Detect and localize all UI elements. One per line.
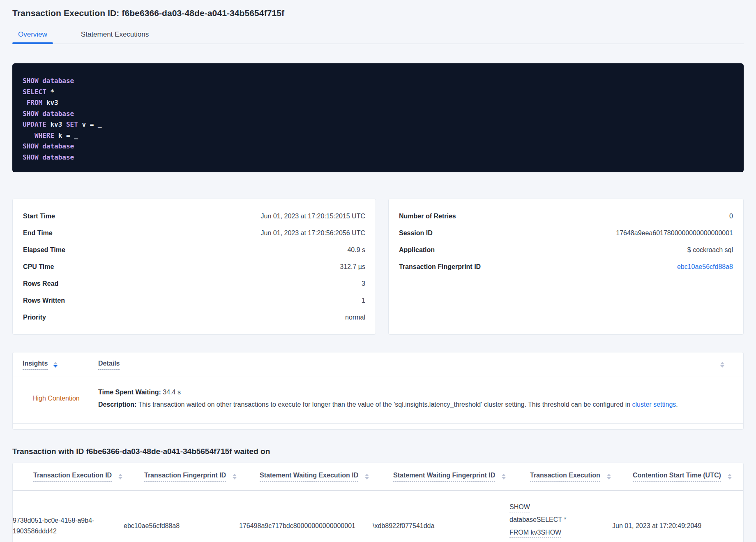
stat-value: Jun 01, 2023 at 17:20:56:2056 UTC [261, 229, 365, 237]
time-spent-waiting: Time Spent Waiting: 34.4 s [98, 386, 733, 398]
cell-transaction-fingerprint-id: ebc10ae56cfd88a8 [124, 521, 239, 531]
stat-value: 1 [362, 297, 365, 304]
stat-row: Number of Retries0 [399, 208, 733, 225]
sql-statements-box: SHOW databaseSELECT * FROM kv3SHOW datab… [12, 63, 744, 172]
sql-line: FROM kv3 [23, 97, 733, 109]
insights-column-label: Insights [23, 360, 48, 370]
sort-icon[interactable] [720, 362, 724, 368]
stat-value: 0 [729, 213, 733, 220]
column-header-statement-waiting-execution-id[interactable]: Statement Waiting Execution ID [260, 472, 393, 482]
sql-line: SHOW database [23, 109, 733, 120]
stat-value: Jun 01, 2023 at 17:20:15:2015 UTC [261, 213, 365, 220]
stat-label: Rows Written [23, 297, 65, 304]
stat-row: CPU Time312.7 µs [23, 258, 365, 275]
sql-code: SHOW databaseSELECT * FROM kv3SHOW datab… [23, 76, 733, 163]
column-header-statement-waiting-fingerprint-id[interactable]: Statement Waiting Fingerprint ID [393, 472, 530, 482]
stat-value: normal [345, 314, 365, 321]
stat-row: End TimeJun 01, 2023 at 17:20:56:2056 UT… [23, 225, 365, 241]
stat-label: Number of Retries [399, 213, 456, 220]
sort-icon[interactable] [118, 474, 122, 479]
insight-details: Time Spent Waiting: 34.4 s Description: … [98, 386, 733, 411]
stat-label: Rows Read [23, 280, 58, 287]
insight-type-label: High Contention [23, 395, 98, 402]
column-header-insights[interactable]: Insights [23, 360, 98, 370]
stat-label: Session ID [399, 229, 433, 237]
description-suffix: . [676, 401, 678, 408]
column-header-label: Statement Waiting Execution ID [260, 472, 358, 482]
transaction-attributes-card: Number of Retries0Session ID17648a9eea60… [388, 199, 744, 335]
sort-icon[interactable] [607, 474, 611, 479]
tab-bar: Overview Statement Executions [12, 30, 744, 44]
stat-row: Application$ cockroach sql [399, 241, 733, 258]
column-header-label: Contention Start Time (UTC) [633, 472, 721, 482]
cell-statement-waiting-execution-id: 176498a9c717bdc80000000000000001 [239, 521, 373, 531]
cell-transaction-execution[interactable]: SHOW databaseSELECT * FROM kv3SHOW datab… [509, 500, 594, 542]
waited-on-table-card: Transaction Execution IDTransaction Fing… [12, 463, 744, 542]
sql-line: SHOW database [23, 76, 733, 87]
column-header-label: Statement Waiting Fingerprint ID [393, 472, 495, 482]
column-header-label: Transaction Execution [530, 472, 600, 482]
cell-contention-start-time: Jun 01, 2023 at 17:20:49:2049 [612, 521, 743, 531]
stat-value: 312.7 µs [340, 263, 365, 271]
insights-table-header: Insights Details [13, 352, 743, 377]
description-text: This transaction waited on other transac… [136, 401, 632, 408]
execution-stats-card: Start TimeJun 01, 2023 at 17:20:15:2015 … [12, 199, 376, 335]
stat-label: Priority [23, 314, 46, 321]
summary-cards: Start TimeJun 01, 2023 at 17:20:15:2015 … [12, 199, 744, 335]
stat-label: End Time [23, 229, 53, 237]
sql-line: SHOW database [23, 152, 733, 163]
waiting-value: 34.4 s [161, 389, 181, 396]
column-header-label: Transaction Fingerprint ID [144, 472, 226, 482]
stat-row: Start TimeJun 01, 2023 at 17:20:15:2015 … [23, 208, 365, 225]
waiting-label: Time Spent Waiting: [98, 389, 161, 396]
details-column-label: Details [98, 360, 120, 370]
cell-transaction-execution-id: 9738d051-bc0e-4158-a9b4-1903586ddd42 [13, 515, 115, 537]
description-label: Description: [98, 401, 136, 408]
stat-row: Transaction Fingerprint IDebc10ae56cfd88… [399, 258, 733, 275]
stat-value: 40.9 s [347, 246, 365, 254]
insights-card: Insights Details High Contention Time Sp… [12, 352, 744, 430]
insights-header-end [715, 362, 743, 368]
stat-row: Prioritynormal [23, 309, 365, 326]
column-header-details[interactable]: Details [98, 360, 715, 370]
sql-line: SHOW database [23, 141, 733, 152]
stat-row: Elapsed Time40.9 s [23, 241, 365, 258]
waited-on-heading: Transaction with ID f6be6366-da03-48de-a… [12, 447, 744, 456]
sort-icon[interactable] [728, 474, 732, 479]
transaction-execution-preview[interactable]: SHOW databaseSELECT * FROM kv3SHOW datab… [509, 503, 570, 542]
stat-row: Rows Read3 [23, 275, 365, 292]
column-header-label: Transaction Execution ID [33, 472, 112, 482]
stat-value: 3 [362, 280, 365, 287]
tab-statement-executions[interactable]: Statement Executions [75, 30, 154, 44]
stat-label: Application [399, 246, 435, 254]
stat-value: 17648a9eea6017800000000000000001 [616, 229, 733, 237]
column-header-contention-start-time-utc-[interactable]: Contention Start Time (UTC) [633, 472, 743, 482]
stat-label: Elapsed Time [23, 246, 65, 254]
sort-icon[interactable] [53, 362, 58, 368]
cell-statement-waiting-fingerprint-id: \xdb8922f077541dda [373, 521, 509, 531]
stat-row: Rows Written1 [23, 292, 365, 309]
transaction-fingerprint-id-link[interactable]: ebc10ae56cfd88a8 [677, 263, 733, 271]
sql-line: SELECT * [23, 87, 733, 98]
sql-line: UPDATE kv3 SET v = _ [23, 119, 733, 130]
column-header-transaction-execution-id[interactable]: Transaction Execution ID [33, 472, 144, 482]
insight-description: Description: This transaction waited on … [98, 398, 733, 411]
page-title: Transaction Execution ID: f6be6366-da03-… [12, 0, 744, 18]
cluster-settings-link[interactable]: cluster settings [632, 401, 676, 408]
tab-overview[interactable]: Overview [12, 30, 53, 44]
waited-table-header: Transaction Execution IDTransaction Fing… [13, 463, 743, 491]
sort-icon[interactable] [365, 474, 369, 479]
stat-row: Session ID17648a9eea60178000000000000000… [399, 225, 733, 241]
insight-row: High Contention Time Spent Waiting: 34.4… [13, 377, 743, 424]
sort-icon[interactable] [502, 474, 506, 479]
table-row: 9738d051-bc0e-4158-a9b4-1903586ddd42 ebc… [13, 491, 743, 542]
column-header-transaction-fingerprint-id[interactable]: Transaction Fingerprint ID [144, 472, 260, 482]
stat-label: Transaction Fingerprint ID [399, 263, 481, 271]
sort-icon[interactable] [233, 474, 237, 479]
column-header-transaction-execution[interactable]: Transaction Execution [530, 472, 633, 482]
stat-label: CPU Time [23, 263, 54, 271]
stat-label: Start Time [23, 213, 55, 220]
stat-value: $ cockroach sql [687, 246, 733, 254]
sql-line: WHERE k = _ [23, 130, 733, 141]
